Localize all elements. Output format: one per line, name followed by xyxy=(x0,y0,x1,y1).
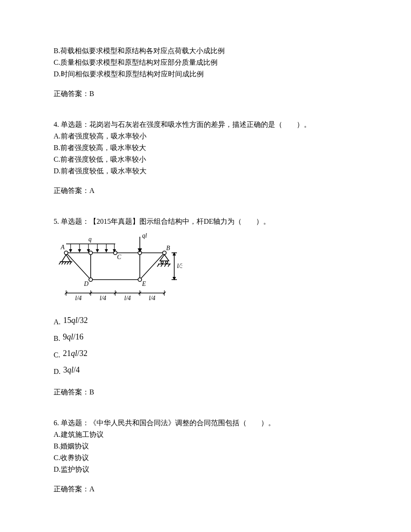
label-l4-2: l/4 xyxy=(100,295,106,302)
svg-line-16 xyxy=(64,262,66,264)
question-stem: 6. 单选题：《中华人民共和国合同法》调整的合同范围包括（ ）。 xyxy=(54,418,357,428)
option-c: C.收养协议 xyxy=(54,452,357,463)
question-stem: 4. 单选题：花岗岩与石灰岩在强度和吸水性方面的差异，描述正确的是（ ）。 xyxy=(54,119,357,130)
label-l4-3: l/4 xyxy=(124,295,131,302)
option-c: C.质量相似要求模型和原型结构对应部分质量成比例 xyxy=(54,57,357,68)
svg-line-15 xyxy=(62,262,63,264)
label-l3: l/3 xyxy=(177,263,182,269)
svg-line-22 xyxy=(157,264,159,267)
option-expr: 15ql/32 xyxy=(63,314,88,328)
label-q: q xyxy=(88,236,92,243)
option-a: A.前者强度较高，吸水率较小 xyxy=(54,131,357,142)
option-a: A. 15ql/32 xyxy=(54,314,357,328)
svg-line-24 xyxy=(164,264,166,267)
svg-line-14 xyxy=(59,262,61,264)
answer-text: 正确答案：B xyxy=(54,387,357,398)
answer-text: 正确答案：B xyxy=(54,88,357,99)
option-c: C. 21ql/32 xyxy=(54,348,357,361)
answer-text: 正确答案：A xyxy=(54,484,357,494)
option-c: C.前者强度较低，吸水率较小 xyxy=(54,154,357,165)
svg-line-17 xyxy=(67,262,69,264)
label-d: D xyxy=(84,281,88,287)
svg-line-25 xyxy=(168,264,170,267)
option-d: D. 3ql/4 xyxy=(54,364,357,378)
svg-point-7 xyxy=(89,251,92,255)
structure-diagram: q ql A B C D E l/3 l/4 l/4 l/4 l/4 xyxy=(57,230,182,311)
option-b: B.前者强度较高，吸水率较大 xyxy=(54,142,357,153)
option-d: D.监护协议 xyxy=(54,464,357,475)
option-letter: B. xyxy=(54,333,60,345)
answer-text: 正确答案：A xyxy=(54,185,357,196)
label-b: B xyxy=(166,245,170,251)
svg-point-12 xyxy=(138,278,142,281)
option-expr: 3ql/4 xyxy=(63,364,80,378)
question-6: 6. 单选题：《中华人民共和国合同法》调整的合同范围包括（ ）。 A.建筑施工协… xyxy=(54,418,357,494)
label-ql: ql xyxy=(142,232,147,239)
option-expr: 21ql/32 xyxy=(63,348,88,361)
option-a: A.建筑施工协议 xyxy=(54,429,357,440)
option-letter: D. xyxy=(54,366,61,378)
svg-line-18 xyxy=(70,262,71,264)
label-a: A xyxy=(60,244,65,251)
svg-point-20 xyxy=(166,261,168,264)
option-b: B.荷载相似要求模型和原结构各对应点荷载大小成比例 xyxy=(54,46,357,56)
option-letter: C. xyxy=(54,350,60,361)
option-d: D.时间相似要求模型和原型结构对应时间成比例 xyxy=(54,69,357,80)
svg-line-2 xyxy=(66,253,91,280)
option-letter: A. xyxy=(54,317,61,328)
option-d: D.前者强度较低，吸水率较大 xyxy=(54,166,357,176)
svg-point-19 xyxy=(161,261,164,264)
question-4: 4. 单选题：花岗岩与石灰岩在强度和吸水性方面的差异，描述正确的是（ ）。 A.… xyxy=(54,119,357,196)
question-5: 5. 单选题：【2015年真题】图示组合结构中，杆DE轴力为（ ）。 xyxy=(54,216,357,398)
label-l4-1: l/4 xyxy=(75,295,82,302)
option-b: B.婚姻协议 xyxy=(54,441,357,452)
diagram-svg: q ql A B C D E l/3 l/4 l/4 l/4 l/4 xyxy=(57,230,182,311)
svg-point-11 xyxy=(89,278,92,281)
question-stem: 5. 单选题：【2015年真题】图示组合结构中，杆DE轴力为（ ）。 xyxy=(54,216,357,227)
label-l4-4: l/4 xyxy=(149,295,155,302)
svg-line-23 xyxy=(161,264,163,267)
question-3-fragment: B.荷载相似要求模型和原结构各对应点荷载大小成比例 C.质量相似要求模型和原型结… xyxy=(54,46,357,99)
option-b: B. 9ql/16 xyxy=(54,331,357,345)
label-c: C xyxy=(117,254,122,260)
option-expr: 9ql/16 xyxy=(63,331,84,345)
label-e: E xyxy=(142,281,146,287)
